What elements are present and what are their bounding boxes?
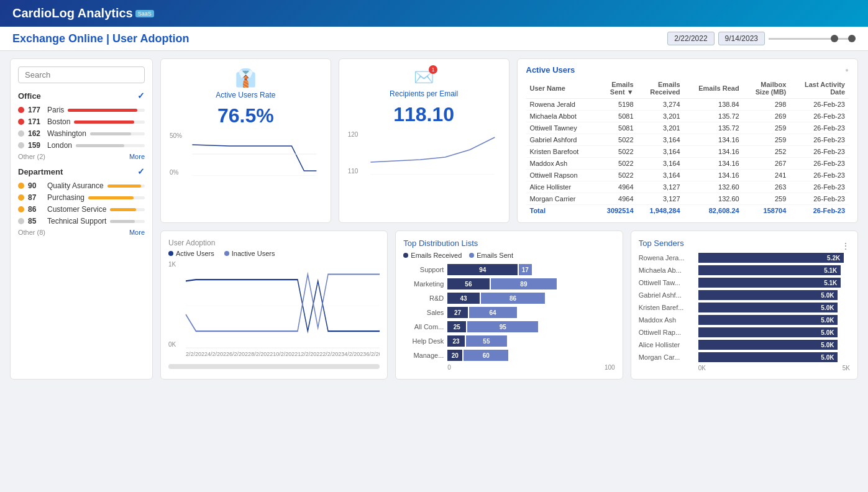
- rate-sparkline: [170, 132, 322, 176]
- senders-x-0: 0K: [698, 365, 706, 371]
- legend-emails-sent: Emails Sent: [469, 252, 513, 259]
- recipients-sparkline: [348, 131, 500, 175]
- dist-bar-row: R&D4386: [403, 293, 614, 304]
- office-dot-washington: [18, 130, 24, 137]
- col-activity: Last ActivityDate: [790, 78, 849, 99]
- legend-dot-inactive: [224, 251, 229, 256]
- adoption-scrollbar[interactable]: [168, 364, 380, 369]
- x-label-4: 10/2/2022: [273, 351, 298, 357]
- senders-scroll-icon[interactable]: ⋮: [841, 242, 850, 250]
- office-filter-section: Office ✓ 177 Paris 171 Boston 162 Washin…: [18, 91, 145, 160]
- total-cell: 3092514: [595, 205, 637, 217]
- dist-bar-group: 4386: [447, 293, 614, 304]
- department-filter-section: Department ✓ 90 Quality Asurance 87 Purc…: [18, 166, 145, 236]
- sender-bar: 5.1K: [698, 265, 841, 275]
- sender-name: Rowena Jera...: [639, 254, 695, 262]
- total-cell: 1,948,284: [637, 205, 684, 217]
- sender-bar: 5.0K: [698, 315, 838, 325]
- app-header: CardioLog Analytics SaaS: [0, 0, 868, 27]
- legend-inactive-users: Inactive Users: [224, 250, 275, 257]
- sender-value: 5.0K: [821, 292, 834, 299]
- office-item-boston[interactable]: 171 Boston: [18, 117, 145, 126]
- dist-x-axis: 0 100: [403, 364, 614, 371]
- dist-bar-group: 5689: [447, 278, 614, 289]
- office-item-london[interactable]: 159 London: [18, 141, 145, 150]
- recipients-per-email-value: 118.10: [348, 103, 500, 126]
- dist-bar-row: Help Desk2355: [403, 335, 614, 347]
- date-range-controls: 2/22/2022 9/14/2023: [667, 32, 856, 45]
- table-cell: Ottiwell Rapson: [526, 170, 596, 181]
- office-count-london: 159: [28, 141, 43, 150]
- dist-bar-label: R&D: [403, 294, 444, 302]
- table-cell: Ottiwell Tawney: [526, 122, 596, 134]
- dist-sent-bar: 17: [519, 264, 531, 275]
- date-start-pill[interactable]: 2/22/2022: [667, 32, 714, 45]
- dept-item-ts[interactable]: 85 Technical Support: [18, 217, 145, 226]
- office-bar-washington: [90, 132, 145, 135]
- table-cell: 135.72: [684, 111, 743, 122]
- office-item-paris[interactable]: 177 Paris: [18, 106, 145, 114]
- table-cell: 259: [743, 193, 790, 205]
- office-bar-london: [76, 144, 145, 147]
- dist-sent-bar: 95: [467, 321, 538, 332]
- table-cell: 26-Feb-23: [790, 146, 849, 158]
- table-row: Alice Hollister49643,127132.6026326-Feb-…: [526, 181, 849, 193]
- x-label-0: 2/2/2022: [186, 351, 208, 357]
- table-cell: 5198: [595, 99, 637, 111]
- total-cell: 26-Feb-23: [790, 205, 849, 217]
- date-end-pill[interactable]: 9/14/2023: [718, 32, 765, 45]
- table-cell: 26-Feb-23: [790, 111, 849, 122]
- dist-bar-label: Help Desk: [403, 337, 444, 345]
- total-cell: 82,608.24: [684, 205, 743, 217]
- slider-handle-left[interactable]: [831, 35, 838, 42]
- table-cell: Alice Hollister: [526, 181, 596, 193]
- dept-other-label: Other (8): [18, 229, 45, 236]
- table-cell: 252: [743, 146, 790, 158]
- total-cell: Total: [526, 205, 596, 217]
- dept-bar-ts: [110, 220, 145, 223]
- dept-item-cs[interactable]: 86 Customer Service: [18, 205, 145, 214]
- dist-x-100: 100: [605, 364, 615, 371]
- sender-value: 5.0K: [821, 317, 834, 324]
- saas-badge: SaaS: [135, 10, 154, 17]
- dept-item-qa[interactable]: 90 Quality Asurance: [18, 181, 145, 190]
- adoption-svg-area: [186, 261, 380, 348]
- table-cell: 26-Feb-23: [790, 122, 849, 134]
- table-cell: 5081: [595, 111, 637, 122]
- office-item-washington[interactable]: 162 Washington: [18, 129, 145, 138]
- office-filter-check[interactable]: ✓: [137, 91, 145, 101]
- office-more-link[interactable]: More: [129, 153, 145, 160]
- dept-item-purchasing[interactable]: 87 Purchasing: [18, 193, 145, 202]
- office-filter-header: Office ✓: [18, 91, 145, 101]
- slider-handle-right[interactable]: [848, 35, 856, 42]
- dist-bar-row: Sales2764: [403, 307, 614, 318]
- sender-bar-container: 5.0K: [698, 327, 850, 337]
- search-input[interactable]: [18, 66, 145, 83]
- department-filter-check[interactable]: ✓: [137, 166, 145, 176]
- senders-x-5k: 5K: [843, 365, 850, 371]
- sender-bar: 5.0K: [698, 340, 838, 350]
- office-count-washington: 162: [28, 129, 43, 138]
- top-senders-card: Top Senders ⋮ Rowena Jera...5.2KMichaela…: [631, 230, 858, 380]
- department-filter-label: Department: [18, 167, 63, 176]
- table-row: Morgan Carrier49643,127132.6025926-Feb-2…: [526, 193, 849, 205]
- x-label-3: 8/2/2022: [251, 351, 273, 357]
- slider-track: [769, 38, 856, 40]
- dist-bar-group: 2355: [447, 335, 614, 347]
- top-row: 👔 Active Users Rate 76.5% 50% 0%: [160, 58, 858, 223]
- department-filter-header: Department ✓: [18, 166, 145, 176]
- table-row: Michaela Abbot50813,201135.7226926-Feb-2…: [526, 111, 849, 122]
- dist-received-bar: 94: [447, 264, 518, 275]
- table-cell: 3,127: [637, 181, 684, 193]
- office-dot-boston: [18, 119, 24, 125]
- table-settings-icon[interactable]: ●: [845, 66, 849, 73]
- user-adoption-title: User Adoption: [168, 239, 380, 247]
- dept-name-qa: Quality Asurance: [47, 181, 104, 190]
- dept-more-link[interactable]: More: [129, 229, 145, 236]
- table-cell: Kristen Barefoot: [526, 146, 596, 158]
- col-username: User Name: [526, 78, 596, 99]
- date-range-slider[interactable]: [769, 32, 856, 45]
- dept-count-ts: 85: [28, 217, 43, 226]
- table-cell: 3,164: [637, 158, 684, 170]
- recipients-per-email-title: Recipients per Email: [348, 89, 500, 98]
